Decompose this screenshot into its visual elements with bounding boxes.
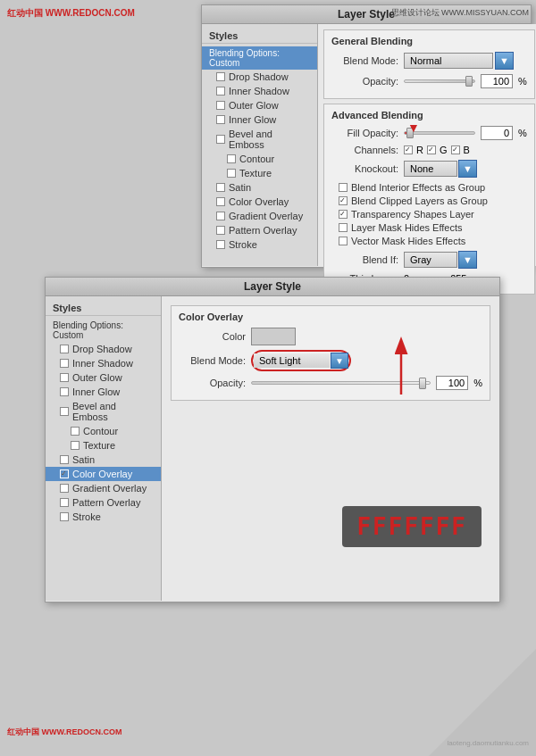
- blend-mode-select[interactable]: Normal: [404, 53, 493, 69]
- channel-b-checkbox[interactable]: [451, 145, 460, 154]
- bottom-stroke-cb[interactable]: [60, 512, 69, 521]
- bottom-panel-title: Layer Style: [244, 280, 301, 293]
- bottom-drop-shadow-cb[interactable]: [60, 345, 69, 353]
- sidebar-item-satin[interactable]: Satin: [202, 180, 317, 195]
- color-hex-display-container: FFFFFFF: [342, 506, 482, 547]
- sidebar-item-inner-glow[interactable]: Inner Glow: [202, 112, 317, 127]
- bottom-sidebar-gradient-overlay[interactable]: Gradient Overlay: [46, 481, 161, 495]
- bottom-sidebar-pattern-overlay[interactable]: Pattern Overlay: [46, 495, 161, 510]
- bottom-sidebar-satin[interactable]: Satin: [46, 453, 161, 467]
- bottom-opacity-thumb[interactable]: [419, 378, 426, 389]
- bottom-contour-cb[interactable]: [71, 427, 80, 436]
- top-sidebar: Styles Blending Options: Custom Drop Sha…: [202, 24, 318, 266]
- opacity-label: Opacity:: [331, 76, 398, 87]
- bottom-sidebar-inner-shadow[interactable]: Inner Shadow: [46, 356, 161, 370]
- bottom-sidebar-bevel-emboss[interactable]: Bevel and Emboss: [46, 399, 161, 424]
- channels-row: Channels: R G B: [331, 145, 527, 155]
- pattern-overlay-checkbox[interactable]: [216, 226, 225, 235]
- bottom-color-overlay-cb[interactable]: ✓: [60, 469, 69, 478]
- bottom-sidebar-outer-glow[interactable]: Outer Glow: [46, 370, 161, 385]
- transparency-shapes-checkbox[interactable]: [339, 210, 348, 219]
- bottom-sidebar-inner-glow[interactable]: Inner Glow: [46, 385, 161, 399]
- channel-g-label: G: [440, 145, 448, 155]
- bottom-sidebar-color-overlay[interactable]: ✓ Color Overlay: [46, 467, 161, 481]
- blend-mode-label: Blend Mode:: [331, 55, 398, 66]
- blend-mode-control[interactable]: Normal ▼: [404, 52, 514, 70]
- channel-r-checkbox[interactable]: [404, 145, 413, 154]
- blend-clipped-label: Blend Clipped Layers as Group: [351, 195, 488, 206]
- bottom-pattern-overlay-cb[interactable]: [60, 498, 69, 507]
- bottom-panel-titlebar: Layer Style: [46, 278, 499, 296]
- sidebar-item-contour[interactable]: Contour: [202, 152, 317, 166]
- bottom-inner-shadow-cb[interactable]: [60, 359, 69, 368]
- opacity-input[interactable]: [481, 74, 513, 88]
- bottom-blend-mode-dropdown-btn[interactable]: ▼: [331, 353, 348, 369]
- bottom-gradient-overlay-cb[interactable]: [60, 484, 69, 493]
- blend-if-dropdown-btn[interactable]: ▼: [458, 251, 477, 269]
- layer-mask-checkbox[interactable]: [339, 223, 348, 232]
- knockout-control[interactable]: None ▼: [404, 160, 477, 178]
- bottom-bevel-emboss-cb[interactable]: [60, 407, 69, 416]
- fill-opacity-input[interactable]: [481, 126, 513, 140]
- outer-glow-checkbox[interactable]: [216, 101, 225, 110]
- fill-opacity-label: Fill Opacity:: [331, 128, 398, 138]
- sidebar-item-drop-shadow[interactable]: Drop Shadow: [202, 70, 317, 84]
- fill-opacity-slider-container: ▼: [404, 131, 475, 135]
- sidebar-item-blending-options-custom[interactable]: Blending Options: Custom: [202, 46, 317, 70]
- bottom-sidebar-drop-shadow[interactable]: Drop Shadow: [46, 342, 161, 356]
- bottom-satin-cb[interactable]: [60, 455, 69, 464]
- blend-if-control[interactable]: Gray ▼: [404, 251, 477, 269]
- sidebar-item-texture[interactable]: Texture: [202, 166, 317, 180]
- knockout-select[interactable]: None: [404, 161, 457, 177]
- bottom-sidebar-stroke[interactable]: Stroke: [46, 510, 161, 524]
- opacity-slider[interactable]: [404, 79, 475, 83]
- sidebar-item-stroke[interactable]: Stroke: [202, 237, 317, 252]
- fill-opacity-thumb[interactable]: [406, 128, 414, 138]
- opacity-thumb[interactable]: [465, 76, 473, 87]
- knockout-dropdown-btn[interactable]: ▼: [458, 160, 477, 178]
- top-main-content: General Blending Blend Mode: Normal ▼ Op…: [318, 24, 536, 266]
- inner-glow-checkbox[interactable]: [216, 115, 225, 124]
- bottom-sidebar-texture[interactable]: Texture: [46, 438, 161, 453]
- bottom-inner-glow-cb[interactable]: [60, 387, 69, 396]
- fill-opacity-slider[interactable]: [404, 131, 475, 135]
- color-swatch[interactable]: [251, 328, 296, 345]
- bottom-blend-mode-select[interactable]: Soft Light Normal Multiply Screen Overla…: [254, 353, 330, 368]
- advanced-blending-title: Advanced Blending: [331, 110, 527, 120]
- bottom-outer-glow-cb[interactable]: [60, 373, 69, 382]
- blend-mode-dropdown-btn[interactable]: ▼: [495, 52, 514, 70]
- sidebar-item-gradient-overlay[interactable]: Gradient Overlay: [202, 209, 317, 223]
- channel-g-checkbox[interactable]: [427, 145, 436, 154]
- color-overlay-main: Color Overlay Color Blend Mode: Soft Lig…: [162, 296, 499, 601]
- sidebar-item-inner-shadow[interactable]: Inner Shadow: [202, 84, 317, 98]
- sidebar-item-color-overlay[interactable]: Color Overlay: [202, 195, 317, 209]
- color-overlay-checkbox[interactable]: [216, 197, 225, 206]
- vector-mask-checkbox[interactable]: [339, 237, 348, 245]
- top-sidebar-title: Styles: [202, 28, 317, 44]
- stroke-checkbox[interactable]: [216, 240, 225, 249]
- bevel-emboss-checkbox[interactable]: [216, 135, 225, 144]
- satin-checkbox[interactable]: [216, 183, 225, 192]
- bottom-opacity-label: Opacity:: [179, 378, 246, 388]
- channel-b-label: B: [464, 145, 470, 155]
- bottom-opacity-slider[interactable]: [251, 381, 431, 385]
- bottom-sidebar-blending-options[interactable]: Blending Options: Custom: [46, 319, 161, 342]
- bottom-sidebar: Styles Blending Options: Custom Drop Sha…: [46, 296, 162, 601]
- bottom-opacity-input[interactable]: [436, 376, 468, 390]
- bottom-texture-cb[interactable]: [71, 441, 80, 450]
- drop-shadow-checkbox[interactable]: [216, 72, 225, 81]
- texture-checkbox[interactable]: [227, 169, 236, 178]
- blend-clipped-checkbox[interactable]: [339, 196, 348, 205]
- contour-checkbox[interactable]: [227, 154, 236, 163]
- sidebar-item-bevel-emboss[interactable]: Bevel and Emboss: [202, 127, 317, 152]
- general-blending-title: General Blending: [331, 36, 527, 46]
- blend-interior-label: Blend Interior Effects as Group: [351, 182, 485, 193]
- watermark-bottom-left: 红动中国 WWW.REDOCN.COM: [7, 727, 122, 738]
- sidebar-item-outer-glow[interactable]: Outer Glow: [202, 98, 317, 112]
- sidebar-item-pattern-overlay[interactable]: Pattern Overlay: [202, 223, 317, 237]
- gradient-overlay-checkbox[interactable]: [216, 212, 225, 220]
- blend-interior-checkbox[interactable]: [339, 183, 348, 192]
- inner-shadow-checkbox[interactable]: [216, 87, 225, 96]
- blend-if-select[interactable]: Gray: [404, 252, 457, 268]
- bottom-sidebar-contour[interactable]: Contour: [46, 424, 161, 438]
